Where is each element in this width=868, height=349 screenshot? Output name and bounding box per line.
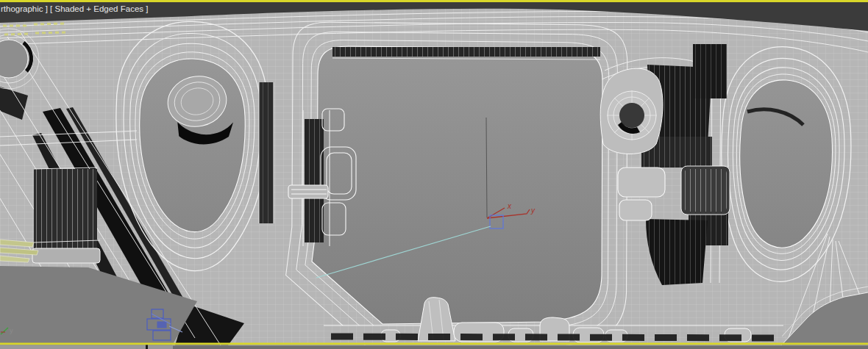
viewport-border-top — [0, 0, 868, 2]
left-column-bracket — [32, 168, 100, 263]
viewport-window: x y y rthographic ] [ Shaded + Edged Fac… — [0, 0, 868, 349]
viewport-canvas[interactable]: x y y rthographic ] [ Shaded + Edged Fac… — [0, 0, 868, 349]
world-axis-y-label: y — [10, 326, 13, 334]
viewport-border-bottom — [0, 343, 868, 345]
time-slider-tick[interactable] — [146, 345, 148, 349]
left-slot — [259, 82, 274, 223]
viewport-label[interactable]: rthographic ] [ Shaded + Edged Faces ] — [1, 4, 148, 13]
gizmo-x-label: x — [507, 202, 512, 210]
gizmo-y-label: y — [530, 206, 536, 215]
time-slider-strip[interactable] — [0, 345, 868, 349]
